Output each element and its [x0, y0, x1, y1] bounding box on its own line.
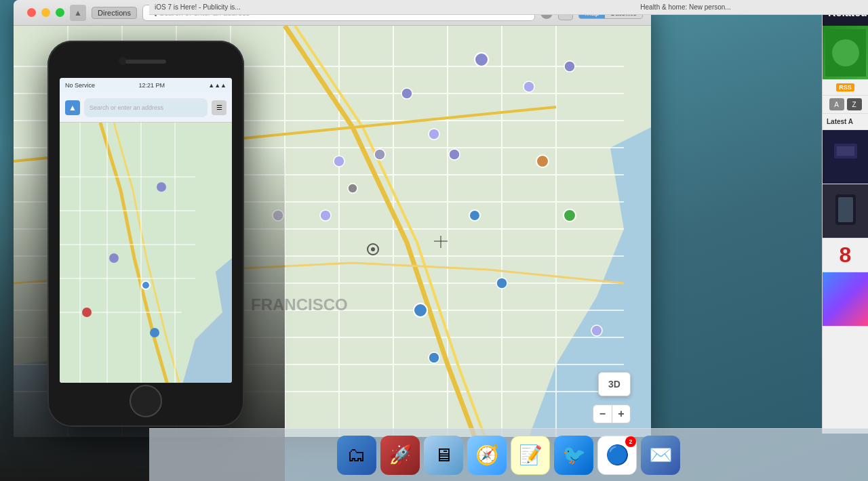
svg-point-3: [832, 39, 859, 66]
rss-area: RSS: [823, 80, 868, 96]
mac-pin-16: [414, 304, 427, 317]
mac-pin-18: [429, 352, 439, 363]
iphone-pin-1: [157, 182, 166, 192]
mac-pin-17: [591, 325, 602, 336]
iphone-time: 12:21 PM: [138, 82, 165, 89]
iphone-pin-3: [150, 328, 159, 337]
iphone-navbar: ▲ Search or enter an address ☰: [60, 93, 232, 123]
launchpad-icon: 🚀: [389, 444, 412, 466]
mac-pin-1: [475, 53, 488, 66]
browser-tab-1[interactable]: iOS 7 is Here! - Publicity is...: [155, 3, 509, 11]
iphone-nav-arrow[interactable]: ▲: [65, 100, 80, 115]
iphone-statusbar: No Service 12:21 PM ▲▲▲: [60, 78, 232, 93]
panel-nav-controls: A Z: [823, 96, 868, 114]
mac-pin-7: [374, 149, 385, 160]
iphone-device: No Service 12:21 PM ▲▲▲ ▲ Search or ente…: [47, 41, 244, 427]
mac-pin-6: [449, 149, 460, 160]
iphone-search-placeholder: Search or enter an address: [90, 104, 163, 111]
mac-pin-14: [564, 209, 576, 222]
dock-item-finder2[interactable]: 🖥: [424, 436, 463, 475]
iphone-list-btn[interactable]: ☰: [212, 100, 226, 115]
dock-item-launchpad[interactable]: 🚀: [380, 436, 420, 475]
dock-item-notes[interactable]: 📝: [511, 436, 550, 475]
dock-item-finder[interactable]: 🗂: [337, 436, 376, 475]
panel-prev-btn[interactable]: A: [829, 98, 844, 110]
svg-rect-9: [838, 197, 853, 222]
panel-number-area: 8: [823, 238, 868, 272]
mail-icon: ✉️: [649, 444, 673, 466]
related-thumb-4[interactable]: [823, 272, 868, 327]
mac-pin-9: [348, 184, 357, 193]
panel-next-btn[interactable]: Z: [847, 98, 862, 110]
related-thumb-2[interactable]: [823, 130, 868, 184]
related-thumb-1[interactable]: [823, 26, 868, 80]
mac-zoom-controls: − +: [593, 404, 631, 423]
notes-icon: 📝: [519, 444, 542, 466]
iphone-speaker: [125, 60, 166, 64]
related-thumb-3[interactable]: [823, 184, 868, 238]
iphone-map: [60, 123, 232, 383]
right-panel: Related ◄◄ RSS A Z Latest A: [822, 0, 868, 434]
mac-3d-button[interactable]: 3D: [598, 372, 631, 396]
related-thumb-1-content: [823, 26, 868, 79]
mac-zoom-in-btn[interactable]: +: [612, 404, 631, 423]
dock-item-tweetbot[interactable]: 🐦: [554, 436, 593, 475]
rss-btn[interactable]: RSS: [836, 83, 854, 91]
dock-item-safari[interactable]: 🧭: [467, 436, 507, 475]
dock-item-mail[interactable]: ✉️: [641, 436, 680, 475]
iphone-pin-2: [109, 253, 119, 263]
iphone-map-svg: [60, 123, 232, 383]
mac-pin-15: [496, 278, 507, 289]
mac-pin-4: [401, 88, 412, 99]
panel-number: 8: [840, 243, 852, 268]
mac-dock: 🗂 🚀 🖥 🧭 📝 🐦 🔵 2 ✉️: [149, 428, 868, 481]
mac-pin-12: [469, 210, 480, 221]
dock-item-chrome[interactable]: 🔵 2: [597, 436, 637, 475]
iphone-home-button[interactable]: [130, 385, 162, 417]
top-browser-bar: iOS 7 is Here! - Publicity is... Health …: [149, 0, 868, 15]
tweetbot-icon: 🐦: [562, 444, 586, 466]
mac-zoom-out-btn[interactable]: −: [593, 404, 612, 423]
iphone-location: [142, 281, 150, 289]
iphone-pin-4: [82, 308, 92, 317]
iphone-no-service: No Service: [65, 82, 95, 89]
safari-icon: 🧭: [475, 444, 499, 466]
chrome-icon: 🔵: [606, 444, 629, 466]
mac-pin-10: [320, 210, 331, 221]
finder2-icon: 🖥: [434, 444, 453, 466]
mac-pin-5: [429, 129, 439, 140]
iphone-battery-icons: ▲▲▲: [208, 82, 226, 89]
mac-location-dot: [371, 247, 375, 251]
browser-tab-2[interactable]: Health & home: New person...: [509, 3, 863, 11]
chrome-badge: 2: [625, 436, 636, 447]
mac-pin-2: [524, 81, 534, 92]
mac-pin-8: [334, 156, 344, 167]
latest-label: Latest A: [823, 114, 868, 130]
finder-icon: 🗂: [347, 444, 366, 466]
mac-pin-3: [564, 61, 575, 72]
iphone-search-box[interactable]: Search or enter an address: [84, 98, 208, 117]
svg-rect-6: [837, 146, 854, 156]
mac-pin-13: [536, 155, 549, 167]
iphone-screen: No Service 12:21 PM ▲▲▲ ▲ Search or ente…: [60, 78, 232, 383]
